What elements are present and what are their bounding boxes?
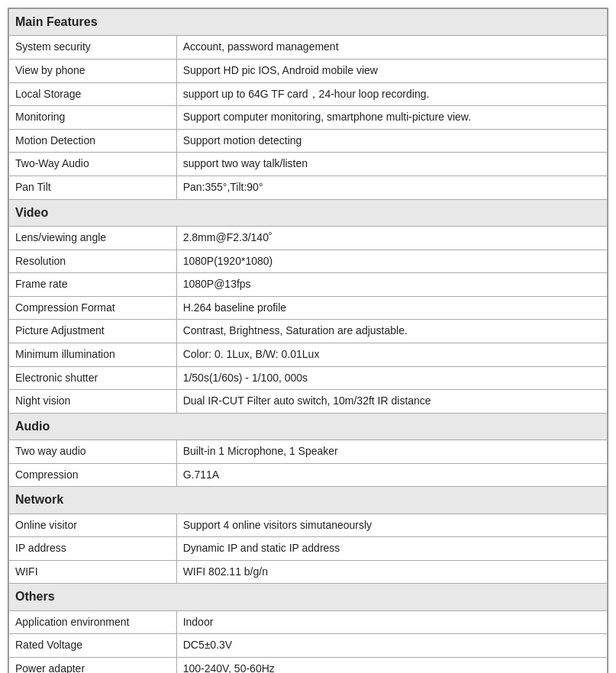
row-label: Two way audio (9, 440, 177, 464)
table-row: Application environmentIndoor (9, 610, 608, 634)
table-row: Electronic shutter1/50s(1/60s) - 1/100, … (9, 366, 608, 390)
section-header-row: Network (9, 487, 608, 514)
row-label: System security (9, 36, 177, 60)
table-row: System securityAccount, password managem… (9, 36, 608, 60)
section-header-cell: Video (9, 199, 608, 226)
table-row: Resolution1080P(1920*1080) (9, 250, 608, 273)
table-row: Power adapter100-240V, 50-60Hz (9, 658, 608, 673)
row-value: G.711A (176, 463, 607, 487)
row-label: Picture Adjustment (9, 320, 177, 343)
table-row: Picture AdjustmentContrast, Brightness, … (9, 320, 608, 343)
row-value: Support 4 online visitors simutaneourslу (176, 514, 607, 537)
row-value: 1/50s(1/60s) - 1/100, 000s (176, 366, 607, 390)
section-header-cell: Network (9, 487, 608, 514)
row-value: Dynamic IP and static IP address (176, 537, 607, 561)
row-value: Dual IR-CUT Filter auto switch, 10m/32ft… (176, 390, 607, 414)
row-label: IP address (9, 537, 177, 561)
row-value: Built-in 1 Microphone, 1 Speaker (176, 440, 607, 464)
row-value: Contrast, Brightness, Saturation are adj… (176, 320, 607, 343)
row-label: Rated Voltage (9, 634, 177, 658)
table-row: MonitoringSupport computer monitoring, s… (9, 106, 608, 130)
row-value: support two way talk/listen (176, 153, 607, 176)
row-label: Night vision (9, 390, 177, 414)
row-value: 100-240V, 50-60Hz (176, 658, 607, 673)
row-label: Frame rate (9, 273, 177, 297)
table-row: Rated VoltageDC5±0.3V (9, 634, 608, 658)
section-header-row: Video (9, 199, 608, 226)
row-label: Electronic shutter (9, 366, 177, 390)
row-label: Local Storage (9, 82, 177, 106)
row-label: View by phone (9, 59, 177, 82)
table-row: Compression FormatH.264 baseline profile (9, 296, 608, 320)
table-row: WIFIWIFI 802.11 b/g/n (9, 560, 608, 584)
table-row: Minimum illuminationColor: 0. 1Lux, B/W:… (9, 343, 608, 366)
row-label: Online visitor (9, 514, 177, 537)
section-header-row: Audio (9, 413, 608, 440)
row-value: Support HD pic IOS, Android mobile view (176, 59, 607, 82)
table-row: View by phoneSupport HD pic IOS, Android… (9, 59, 608, 82)
row-label: Power adapter (9, 658, 177, 673)
row-value: Account, password management (176, 36, 607, 60)
table-row: IP addressDynamic IP and static IP addre… (9, 537, 608, 561)
row-label: Compression Format (9, 296, 177, 320)
row-value: Pan:355°,Tilt:90° (176, 175, 607, 199)
row-value: Indoor (176, 610, 607, 634)
table-row: Local Storagesupport up to 64G TF card，2… (9, 82, 608, 106)
table-row: Motion DetectionSupport motion detecting (9, 129, 608, 153)
section-header-cell: Others (9, 584, 608, 610)
row-label: Lens/viewing angle (9, 226, 177, 250)
specs-table: Main FeaturesSystem securityAccount, pas… (8, 8, 608, 673)
row-value: Color: 0. 1Lux, B/W: 0.01Lux (176, 343, 607, 366)
row-value: 1080P@13fps (176, 273, 607, 297)
row-label: Resolution (9, 250, 177, 273)
section-header-cell: Audio (9, 413, 608, 440)
row-value: support up to 64G TF card，24-hour loop r… (176, 82, 607, 106)
row-label: Compression (9, 463, 177, 487)
table-row: Night visionDual IR-CUT Filter auto swit… (9, 390, 608, 414)
row-value: Support computer monitoring, smartphone … (176, 106, 607, 130)
row-label: Minimum illumination (9, 343, 177, 366)
table-row: Lens/viewing angle2.8mm@F2.3/140˚ (9, 226, 608, 250)
row-label: Monitoring (9, 106, 177, 130)
section-header-row: Others (9, 584, 608, 610)
row-value: Support motion detecting (176, 129, 607, 153)
table-row: Two-Way Audiosupport two way talk/listen (9, 153, 608, 176)
table-row: Frame rate1080P@13fps (9, 273, 608, 297)
table-row: Online visitorSupport 4 online visitors … (9, 514, 608, 537)
row-value: DC5±0.3V (176, 634, 607, 658)
section-header-row: Main Features (9, 9, 608, 36)
table-row: Two way audioBuilt-in 1 Microphone, 1 Sp… (9, 440, 608, 464)
row-label: WIFI (9, 560, 177, 584)
table-row: CompressionG.711A (9, 463, 608, 487)
row-value: H.264 baseline profile (176, 296, 607, 320)
row-value: WIFI 802.11 b/g/n (176, 560, 607, 584)
row-label: Pan Tilt (9, 175, 177, 199)
section-header-cell: Main Features (9, 9, 608, 36)
row-value: 1080P(1920*1080) (176, 250, 607, 273)
table-row: Pan TiltPan:355°,Tilt:90° (9, 175, 608, 199)
row-label: Two-Way Audio (9, 153, 177, 176)
row-label: Application environment (9, 610, 177, 634)
row-value: 2.8mm@F2.3/140˚ (176, 226, 607, 250)
row-label: Motion Detection (9, 129, 177, 153)
